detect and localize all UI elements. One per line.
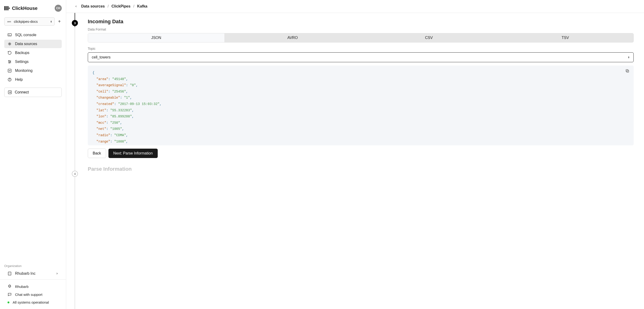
connect-button[interactable]: Connect [4, 88, 62, 97]
chevron-right-icon [56, 272, 58, 275]
format-label: Data Format [88, 28, 634, 31]
next-button[interactable]: Next: Parse Information [108, 149, 158, 158]
back-arrow-icon[interactable] [75, 5, 78, 8]
data-format-segmented: JSON AVRO CSV TSV [88, 33, 634, 43]
sidebar-item-settings[interactable]: Settings [4, 58, 62, 66]
svg-rect-14 [626, 70, 628, 72]
step-title: Parse Information [88, 166, 634, 172]
breadcrumb-item[interactable]: Data sources [81, 4, 105, 9]
step-number-badge: 3 [72, 20, 78, 26]
svg-rect-0 [8, 34, 12, 36]
sidebar-item-label: Settings [15, 60, 29, 64]
topic-value: cell_towers [92, 55, 110, 59]
sidebar-item-label: Backups [15, 51, 29, 55]
svg-rect-12 [8, 272, 11, 275]
sidebar-item-label: Monitoring [15, 69, 32, 73]
main: Data sources / ClickPipes / Kafka 3 Inco… [66, 0, 644, 309]
step-number-badge: 4 [72, 171, 78, 177]
environment-name: clickpipes-docs [14, 20, 48, 24]
footer-status-label: All systems operational [13, 300, 49, 304]
footer-status-row[interactable]: All systems operational [4, 298, 62, 306]
terminal-icon [8, 33, 12, 37]
add-environment-button[interactable]: + [57, 19, 62, 24]
help-icon [8, 78, 12, 82]
sidebar-item-monitoring[interactable]: Monitoring [4, 67, 62, 75]
format-option-json[interactable]: JSON [88, 33, 224, 42]
updown-icon: ▲▼ [628, 56, 630, 59]
breadcrumb-item[interactable]: ClickPipes [112, 4, 130, 9]
svg-point-1 [9, 44, 10, 45]
footer-user-row[interactable]: Rhubarb [4, 282, 62, 290]
topic-label: Topic [88, 47, 634, 51]
format-option-avro[interactable]: AVRO [224, 33, 361, 42]
sidebar-nav: SQL console Data sources Backups Setting… [0, 31, 66, 84]
step-incoming-data: 3 Incoming Data Data Format JSON AVRO CS… [66, 13, 644, 164]
breadcrumb: Data sources / ClickPipes / Kafka [81, 4, 148, 9]
sidebar-item-help[interactable]: Help [4, 75, 62, 84]
svg-point-7 [9, 63, 10, 63]
topic-select[interactable]: cell_towers ▲▼ [88, 52, 634, 62]
organization-section-label: Organization [4, 264, 62, 268]
backup-icon [8, 51, 12, 55]
monitoring-icon [8, 69, 12, 73]
svg-point-5 [9, 60, 10, 61]
step-parse-information: 4 Parse Information [66, 164, 644, 181]
sidebar-item-label: SQL console [15, 33, 36, 37]
app-icon [8, 284, 12, 288]
organization-row[interactable]: Rhubarb Inc [4, 270, 62, 277]
svg-point-6 [10, 62, 11, 62]
topbar: Data sources / ClickPipes / Kafka [66, 0, 644, 13]
footer-user-label: Rhubarb [15, 284, 29, 288]
connect-label: Connect [15, 90, 29, 94]
format-option-csv[interactable]: CSV [361, 33, 497, 42]
status-dot-icon [8, 301, 10, 303]
footer-chat-label: Chat with support [15, 292, 42, 296]
breadcrumb-item[interactable]: Kafka [137, 4, 148, 9]
sidebar-item-data-sources[interactable]: Data sources [4, 40, 62, 48]
breadcrumb-sep: / [108, 4, 109, 9]
brand-header: ClickHouse CH [4, 5, 62, 12]
chat-icon [8, 292, 12, 296]
sidebar-item-label: Help [15, 78, 23, 82]
organization-name: Rhubarb Inc [15, 271, 36, 276]
clickhouse-logo-icon [4, 6, 10, 10]
svg-rect-13 [627, 70, 629, 72]
footer-chat-row[interactable]: Chat with support [4, 290, 62, 298]
content: 3 Incoming Data Data Format JSON AVRO CS… [66, 13, 644, 309]
sidebar-item-backups[interactable]: Backups [4, 49, 62, 57]
building-icon [8, 271, 12, 276]
format-option-tsv[interactable]: TSV [497, 33, 634, 42]
sidebar-item-label: Data sources [15, 42, 37, 46]
svg-point-10 [10, 80, 10, 81]
aws-icon: aws [7, 20, 12, 23]
copy-button[interactable] [625, 69, 630, 74]
sample-data-preview: { "area": "45148", "averageSignal": "0",… [88, 66, 634, 145]
sidebar-item-sql-console[interactable]: SQL console [4, 31, 62, 39]
json-sample-content: { "area": "45148", "averageSignal": "0",… [92, 70, 629, 145]
user-avatar[interactable]: CH [55, 5, 62, 12]
environment-selector[interactable]: aws clickpipes-docs ▲▼ [4, 17, 55, 26]
sliders-icon [8, 60, 12, 64]
connect-icon [8, 90, 12, 94]
updown-icon: ▲▼ [50, 21, 52, 23]
step-title: Incoming Data [88, 19, 634, 25]
brand-name: ClickHouse [12, 6, 38, 11]
breadcrumb-sep: / [133, 4, 134, 9]
data-sources-icon [8, 42, 12, 46]
back-button[interactable]: Back [88, 149, 106, 158]
sidebar: ClickHouse CH aws clickpipes-docs ▲▼ + S… [0, 0, 66, 309]
